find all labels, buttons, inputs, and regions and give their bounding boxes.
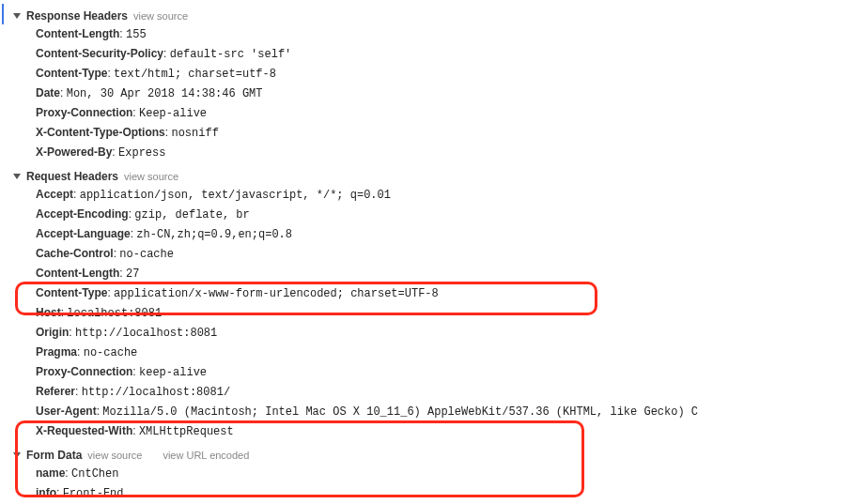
header-val: Express <box>118 146 165 160</box>
header-val: XMLHttpRequest <box>139 425 234 438</box>
header-key: Accept-Language <box>36 227 131 240</box>
header-row: X-Powered-By: Express <box>8 143 868 162</box>
header-key: Host <box>36 306 61 319</box>
header-val: nosniff <box>171 127 218 140</box>
header-row: Accept-Language: zh-CN,zh;q=0.9,en;q=0.8 <box>8 224 868 244</box>
header-val: text/html; charset=utf-8 <box>114 68 276 81</box>
header-val: http://localhost:8081 <box>75 327 217 340</box>
header-key: Accept-Encoding <box>36 207 129 221</box>
header-val: no-cache <box>119 248 174 261</box>
header-val: Mozilla/5.0 (Macintosh; Intel Mac OS X 1… <box>102 405 698 419</box>
header-key: Cache-Control <box>36 247 114 260</box>
header-key: Content-Type <box>36 286 107 299</box>
form-key: name <box>36 466 65 480</box>
view-source-link[interactable]: view source <box>87 450 142 461</box>
request-kv-list: Accept: application/json, text/javascrip… <box>8 185 868 441</box>
header-key: Content-Length <box>36 27 119 40</box>
form-row: info: Front-End <box>8 483 868 503</box>
header-row: User-Agent: Mozilla/5.0 (Macintosh; Inte… <box>8 402 868 421</box>
header-key: Content-Security-Policy <box>36 47 163 60</box>
header-row: Origin: http://localhost:8081 <box>8 323 868 343</box>
header-row: Pragma: no-cache <box>8 343 868 362</box>
form-row: name: CntChen <box>8 464 868 483</box>
header-row: X-Content-Type-Options: nosniff <box>8 123 868 143</box>
header-val: gzip, deflate, br <box>134 208 249 221</box>
header-row: Cache-Control: no-cache <box>8 244 868 264</box>
header-key: Accept <box>36 188 73 201</box>
header-row: Content-Type: text/html; charset=utf-8 <box>8 64 868 84</box>
selection-indicator <box>2 4 4 24</box>
form-val: Front-End <box>63 487 124 500</box>
form-val: CntChen <box>71 467 118 481</box>
header-row: Host: localhost:8081 <box>8 303 868 323</box>
section-header-formdata[interactable]: Form Data view source view URL encoded <box>8 447 868 464</box>
header-row: Content-Length: 155 <box>8 24 868 44</box>
header-row: Content-Type: application/x-www-form-url… <box>8 283 868 303</box>
header-key: Content-Length <box>36 267 119 280</box>
header-key: Proxy-Connection <box>36 365 132 378</box>
header-val: default-src 'self' <box>170 48 292 61</box>
header-row: Content-Length: 27 <box>8 264 868 283</box>
chevron-down-icon <box>13 452 21 458</box>
header-row: Date: Mon, 30 Apr 2018 14:38:46 GMT <box>8 84 868 103</box>
header-key: Date <box>36 86 60 99</box>
header-key: Content-Type <box>36 67 107 80</box>
header-row: Accept-Encoding: gzip, deflate, br <box>8 205 868 224</box>
section-header-response[interactable]: Response Headers view source <box>8 8 868 24</box>
header-key: X-Requested-With <box>36 424 132 437</box>
header-val: 27 <box>126 267 139 281</box>
header-val: http://localhost:8081/ <box>82 386 230 399</box>
form-key: info <box>36 486 56 499</box>
header-row: Accept: application/json, text/javascrip… <box>8 185 868 205</box>
header-row: Proxy-Connection: Keep-alive <box>8 103 868 123</box>
view-source-link[interactable]: view source <box>124 171 178 182</box>
header-row: Proxy-Connection: keep-alive <box>8 362 868 382</box>
header-val: localhost:8081 <box>67 307 162 320</box>
header-val: 155 <box>126 28 147 41</box>
formdata-kv-list: name: CntChen info: Front-End <box>8 464 868 503</box>
header-val: no-cache <box>84 346 138 359</box>
header-val: application/json, text/javascript, */*; … <box>80 189 391 202</box>
section-title: Form Data <box>26 449 82 462</box>
header-row: Content-Security-Policy: default-src 'se… <box>8 44 868 64</box>
header-row: Referer: http://localhost:8081/ <box>8 382 868 402</box>
header-key: Referer <box>36 385 75 398</box>
view-url-encoded-link[interactable]: view URL encoded <box>163 450 249 461</box>
chevron-down-icon <box>13 13 21 19</box>
header-row: X-Requested-With: XMLHttpRequest <box>8 421 868 441</box>
header-val: application/x-www-form-urlencoded; chars… <box>114 287 439 300</box>
header-key: X-Content-Type-Options <box>36 126 165 139</box>
header-val: keep-alive <box>139 366 207 379</box>
view-source-link[interactable]: view source <box>133 10 188 22</box>
header-key: Origin <box>36 326 69 339</box>
section-header-request[interactable]: Request Headers view source <box>8 168 868 185</box>
header-val: zh-CN,zh;q=0.9,en;q=0.8 <box>136 228 292 241</box>
chevron-down-icon <box>13 174 21 179</box>
header-key: User-Agent <box>36 405 97 418</box>
header-val: Mon, 30 Apr 2018 14:38:46 GMT <box>67 87 263 100</box>
header-val: Keep-alive <box>139 107 207 120</box>
section-title: Response Headers <box>26 9 128 23</box>
header-key: X-Powered-By <box>36 145 112 159</box>
header-key: Pragma <box>36 345 77 359</box>
response-kv-list: Content-Length: 155 Content-Security-Pol… <box>8 24 868 162</box>
section-title: Request Headers <box>26 170 118 183</box>
header-key: Proxy-Connection <box>36 106 132 119</box>
